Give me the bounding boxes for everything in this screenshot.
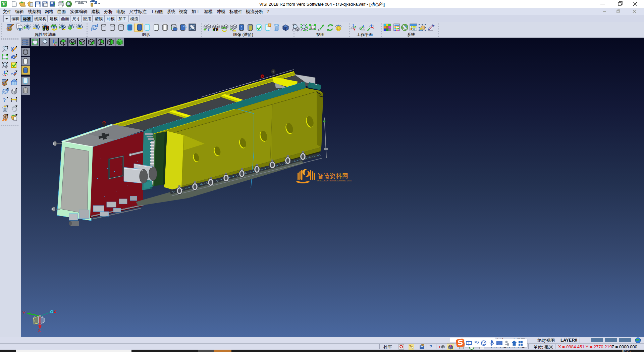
svg-text:智造资料网: 智造资料网 (317, 173, 348, 179)
svg-text:Y: Y (22, 310, 25, 315)
svg-text:INTELLIGENT MANUFACTURING DATA: INTELLIGENT MANUFACTURING DATA (317, 180, 352, 182)
svg-text:1:1: 1:1 (311, 26, 315, 29)
svg-text:Z: Z (54, 309, 56, 314)
svg-text:X: X (38, 328, 41, 333)
svg-text:?: ? (3, 97, 6, 103)
